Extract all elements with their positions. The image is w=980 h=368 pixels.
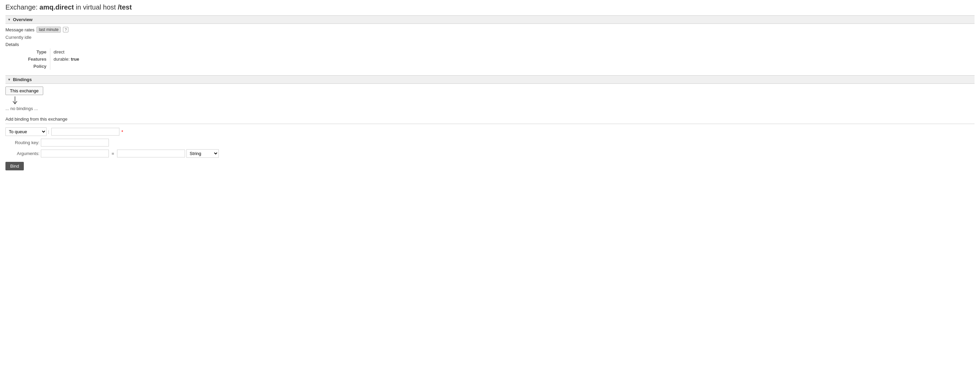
arguments-label: Arguments: — [5, 151, 40, 156]
currently-idle-text: Currently idle — [5, 35, 975, 40]
type-value: direct — [50, 48, 108, 56]
to-queue-colon: : — [48, 129, 49, 134]
string-type-select[interactable]: String Number Boolean List — [186, 149, 219, 158]
routing-key-input[interactable] — [41, 139, 109, 147]
add-binding-header: Add binding from this exchange — [5, 117, 975, 122]
overview-section-title: Overview — [13, 17, 33, 22]
virtual-host: /test — [118, 3, 132, 11]
exchange-name: amq.direct — [40, 3, 74, 11]
features-value: durable: true — [50, 56, 108, 63]
to-queue-input[interactable] — [51, 128, 119, 136]
this-exchange-button[interactable]: This exchange — [5, 86, 43, 95]
details-label: Details — [5, 42, 975, 47]
bindings-section-title: Bindings — [13, 77, 32, 82]
arrow-down-container — [5, 96, 975, 105]
to-queue-select[interactable]: To queue To exchange — [5, 128, 46, 136]
down-arrow-icon — [11, 96, 18, 105]
title-prefix: Exchange: — [5, 3, 40, 11]
overview-collapse-arrow: ▼ — [8, 18, 11, 21]
no-bindings-text: ... no bindings ... — [5, 106, 975, 111]
overview-section-header[interactable]: ▼ Overview — [5, 15, 975, 24]
routing-key-label: Routing key: — [5, 140, 40, 145]
message-rates-badge[interactable]: last minute — [37, 27, 61, 33]
form-divider — [5, 124, 975, 124]
message-rates-row: Message rates last minute ? — [5, 27, 975, 33]
details-policy-row: Policy — [5, 63, 108, 70]
title-suffix: in virtual host — [74, 3, 118, 11]
details-features-row: Features durable: true — [5, 56, 108, 63]
type-label: Type — [5, 48, 50, 56]
bind-button[interactable]: Bind — [5, 162, 24, 170]
bindings-collapse-arrow: ▼ — [8, 78, 11, 82]
details-table: Type direct Features durable: true Polic… — [5, 48, 108, 70]
required-star: * — [121, 129, 123, 134]
details-type-row: Type direct — [5, 48, 108, 56]
bindings-section: This exchange ... no bindings ... — [5, 86, 975, 111]
message-rates-label: Message rates — [5, 27, 34, 32]
bindings-section-header[interactable]: ▼ Bindings — [5, 75, 975, 84]
routing-key-row: Routing key: — [5, 139, 975, 147]
page-title: Exchange: amq.direct in virtual host /te… — [5, 3, 975, 11]
help-icon[interactable]: ? — [63, 27, 68, 32]
arguments-key-input[interactable] — [41, 150, 109, 157]
arguments-row: Arguments: = String Number Boolean List — [5, 149, 975, 158]
policy-value — [50, 63, 108, 70]
equals-sign: = — [111, 151, 114, 156]
to-queue-row: To queue To exchange : * — [5, 128, 975, 136]
policy-label: Policy — [5, 63, 50, 70]
arguments-value-input[interactable] — [117, 150, 185, 157]
features-label: Features — [5, 56, 50, 63]
